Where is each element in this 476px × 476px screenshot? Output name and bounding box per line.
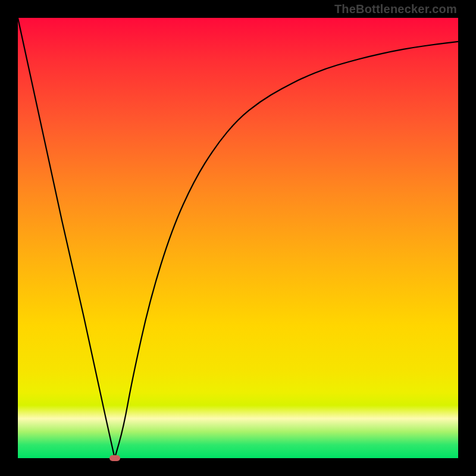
bottleneck-curve — [18, 18, 458, 458]
chart-frame: TheBottlenecker.com — [0, 0, 476, 476]
optimum-marker — [109, 455, 120, 461]
curve-path — [18, 18, 458, 458]
attribution-label: TheBottlenecker.com — [334, 2, 457, 16]
plot-area — [18, 18, 458, 458]
